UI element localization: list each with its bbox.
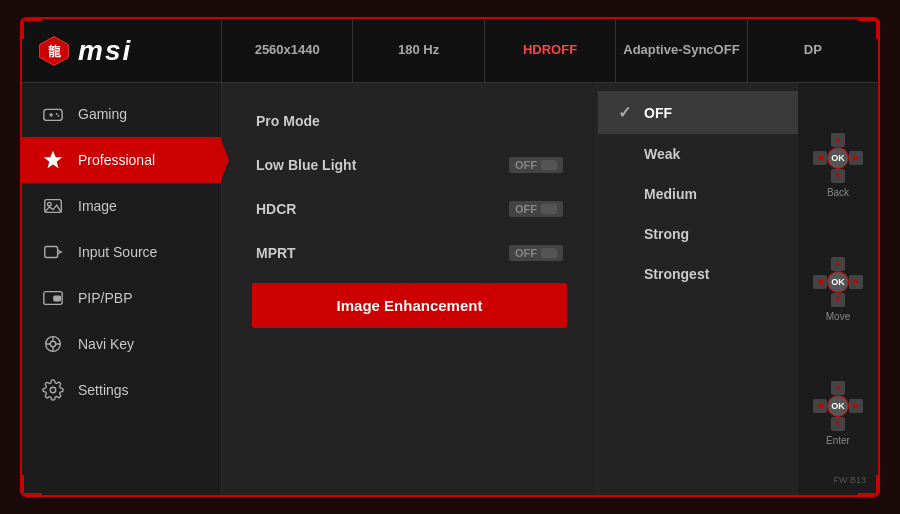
- hdcr-label: HDCR: [256, 201, 296, 217]
- svg-point-9: [48, 202, 52, 206]
- dpad-right-arrow-move: ▶: [849, 275, 863, 289]
- settings-label: Settings: [78, 382, 129, 398]
- sidebar-item-pip-pbp[interactable]: PIP/PBP: [22, 275, 221, 321]
- low-blue-light-value: OFF: [515, 159, 537, 171]
- dpad-left-arrow: ◀: [813, 151, 827, 165]
- pro-mode-row[interactable]: Pro Mode: [252, 103, 567, 139]
- professional-icon: [42, 149, 64, 171]
- brand-name: msi: [78, 35, 132, 67]
- option-weak-label: Weak: [644, 146, 680, 162]
- sidebar: Gaming Professional Image: [22, 83, 222, 495]
- gaming-icon: [42, 103, 64, 125]
- hdcr-value: OFF: [515, 203, 537, 215]
- pro-mode-label: Pro Mode: [256, 113, 320, 129]
- svg-text:龍: 龍: [48, 43, 62, 58]
- mprt-indicator: [541, 248, 557, 258]
- hdcr-toggle[interactable]: OFF: [509, 201, 563, 217]
- dpad-down-arrow-enter: ▼: [831, 417, 845, 431]
- svg-rect-10: [45, 247, 58, 258]
- monitor-frame: 龍 msi 2560x1440 180 Hz HDROFF Adaptive-S…: [20, 17, 880, 497]
- dpad-up-arrow-move: ▲: [831, 257, 845, 271]
- enter-dpad: ▲ ▼ ◀ ▶ OK: [813, 381, 863, 431]
- resolution-display: 2560x1440: [222, 19, 353, 82]
- svg-point-19: [50, 387, 56, 393]
- option-medium[interactable]: Medium: [598, 174, 798, 214]
- adaptive-sync-display: Adaptive-SyncOFF: [616, 19, 747, 82]
- dpad-up-arrow-back: ▲: [831, 133, 845, 147]
- main-content: Gaming Professional Image: [22, 83, 878, 495]
- option-strongest-label: Strongest: [644, 266, 709, 282]
- option-off-label: OFF: [644, 105, 672, 121]
- hdr-display: HDROFF: [485, 19, 616, 82]
- options-panel: ✓ OFF Weak Medium Strong Strongest: [598, 83, 798, 495]
- option-strong[interactable]: Strong: [598, 214, 798, 254]
- move-ok-center: OK: [827, 271, 849, 293]
- dpad-down-arrow-back: ▼: [831, 169, 845, 183]
- refresh-rate-display: 180 Hz: [353, 19, 484, 82]
- controls-panel: ◀ ▲ ▶ ▼ OK Back ▲ ▼ ◀ ▶ OK Move: [798, 83, 878, 495]
- enter-ok-center: OK: [827, 395, 849, 417]
- enter-label: Enter: [826, 435, 850, 446]
- back-control[interactable]: ◀ ▲ ▶ ▼ OK Back: [813, 133, 863, 198]
- sidebar-item-gaming[interactable]: Gaming: [22, 91, 221, 137]
- settings-icon: [42, 379, 64, 401]
- mprt-toggle[interactable]: OFF: [509, 245, 563, 261]
- svg-point-6: [58, 115, 60, 117]
- dpad-left-arrow-enter: ◀: [813, 399, 827, 413]
- back-dpad: ◀ ▲ ▶ ▼ OK: [813, 133, 863, 183]
- top-bar-info: 2560x1440 180 Hz HDROFF Adaptive-SyncOFF…: [222, 19, 878, 82]
- dpad-up-arrow-enter: ▲: [831, 381, 845, 395]
- option-weak[interactable]: Weak: [598, 134, 798, 174]
- low-blue-light-label: Low Blue Light: [256, 157, 356, 173]
- dpad-left-arrow-move: ◀: [813, 275, 827, 289]
- image-icon: [42, 195, 64, 217]
- option-strong-label: Strong: [644, 226, 689, 242]
- option-off[interactable]: ✓ OFF: [598, 91, 798, 134]
- mprt-value: OFF: [515, 247, 537, 259]
- hdcr-row[interactable]: HDCR OFF: [252, 191, 567, 227]
- sidebar-item-input-source[interactable]: Input Source: [22, 229, 221, 275]
- enter-control[interactable]: ▲ ▼ ◀ ▶ OK Enter: [813, 381, 863, 446]
- sidebar-item-professional[interactable]: Professional: [22, 137, 221, 183]
- svg-marker-7: [44, 151, 62, 168]
- svg-rect-12: [54, 296, 60, 301]
- center-panel: Pro Mode Low Blue Light OFF HDCR OFF: [222, 83, 598, 495]
- firmware-label: FW B13: [833, 475, 866, 485]
- check-icon: ✓: [618, 103, 634, 122]
- pip-pbp-icon: [42, 287, 64, 309]
- msi-logo: 龍 msi: [38, 35, 132, 67]
- move-label: Move: [826, 311, 850, 322]
- hdcr-indicator: [541, 204, 557, 214]
- pip-pbp-label: PIP/PBP: [78, 290, 132, 306]
- logo-section: 龍 msi: [22, 19, 222, 82]
- navi-key-label: Navi Key: [78, 336, 134, 352]
- msi-dragon-icon: 龍: [38, 35, 70, 67]
- gaming-label: Gaming: [78, 106, 127, 122]
- mprt-row[interactable]: MPRT OFF: [252, 235, 567, 271]
- input-source-icon: [42, 241, 64, 263]
- back-ok-center: OK: [827, 147, 849, 169]
- low-blue-light-toggle[interactable]: OFF: [509, 157, 563, 173]
- sidebar-item-navi-key[interactable]: Navi Key: [22, 321, 221, 367]
- low-blue-light-indicator: [541, 160, 557, 170]
- back-label: Back: [827, 187, 849, 198]
- navi-key-icon: [42, 333, 64, 355]
- mprt-label: MPRT: [256, 245, 296, 261]
- image-enhancement-button[interactable]: Image Enhancement: [252, 283, 567, 328]
- svg-point-5: [56, 113, 58, 115]
- top-bar: 龍 msi 2560x1440 180 Hz HDROFF Adaptive-S…: [22, 19, 878, 83]
- image-label: Image: [78, 198, 117, 214]
- move-control[interactable]: ▲ ▼ ◀ ▶ OK Move: [813, 257, 863, 322]
- move-dpad: ▲ ▼ ◀ ▶ OK: [813, 257, 863, 307]
- option-medium-label: Medium: [644, 186, 697, 202]
- dpad-right-arrow-back: ▶: [849, 151, 863, 165]
- low-blue-light-row[interactable]: Low Blue Light OFF: [252, 147, 567, 183]
- option-strongest[interactable]: Strongest: [598, 254, 798, 294]
- sidebar-item-image[interactable]: Image: [22, 183, 221, 229]
- professional-label: Professional: [78, 152, 155, 168]
- input-source-label: Input Source: [78, 244, 157, 260]
- svg-point-14: [50, 341, 56, 347]
- dpad-down-arrow-move: ▼: [831, 293, 845, 307]
- dpad-right-arrow-enter: ▶: [849, 399, 863, 413]
- sidebar-item-settings[interactable]: Settings: [22, 367, 221, 413]
